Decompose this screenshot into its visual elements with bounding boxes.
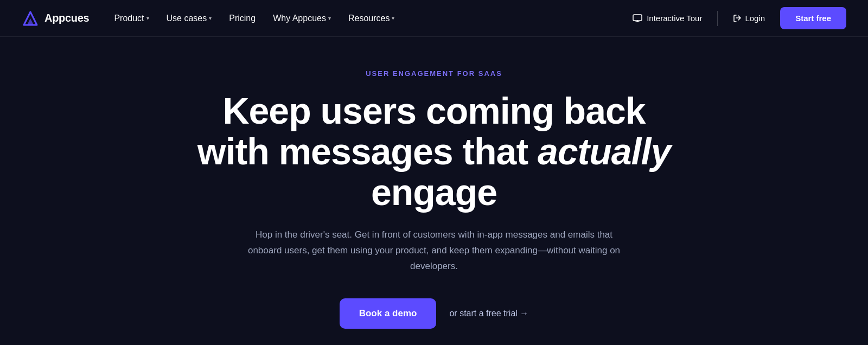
nav-links: Product ▾ Use cases ▾ Pricing Why Appcue…: [106, 9, 626, 28]
nav-item-pricing[interactable]: Pricing: [221, 9, 263, 28]
chevron-down-icon: ▾: [392, 15, 394, 21]
hero-section: USER ENGAGEMENT FOR SAAS Keep users comi…: [0, 37, 868, 345]
login-link[interactable]: Login: [726, 9, 771, 27]
hero-subtext: Hop in the driver's seat. Get in front o…: [244, 227, 624, 274]
svg-marker-1: [27, 18, 34, 25]
hero-eyebrow: USER ENGAGEMENT FOR SAAS: [366, 69, 502, 78]
login-icon: [733, 14, 742, 23]
chevron-down-icon: ▾: [209, 15, 212, 21]
hero-headline: Keep users coming back with messages tha…: [190, 91, 678, 212]
chevron-down-icon: ▾: [146, 15, 149, 21]
start-free-button[interactable]: Start free: [780, 7, 846, 29]
interactive-tour-link[interactable]: Interactive Tour: [626, 9, 709, 28]
logo-text: Appcues: [44, 12, 89, 24]
nav-item-why-appcues[interactable]: Why Appcues ▾: [265, 9, 339, 28]
appcues-logo-icon: [22, 10, 39, 27]
monitor-icon: [633, 14, 642, 23]
headline-italic: actually: [538, 131, 671, 172]
logo-link[interactable]: Appcues: [22, 10, 89, 27]
book-demo-button[interactable]: Book a demo: [340, 298, 437, 329]
nav-item-resources[interactable]: Resources ▾: [341, 9, 402, 28]
free-trial-link[interactable]: or start a free trial →: [449, 309, 528, 318]
hero-cta: Book a demo or start a free trial →: [340, 298, 529, 329]
nav-right: Interactive Tour Login Start free: [626, 7, 846, 29]
headline-part2: engage: [371, 171, 497, 213]
nav-divider: [717, 11, 718, 26]
chevron-down-icon: ▾: [328, 15, 331, 21]
navigation: Appcues Product ▾ Use cases ▾ Pricing Wh…: [0, 0, 868, 37]
nav-item-product[interactable]: Product ▾: [106, 9, 156, 28]
nav-item-use-cases[interactable]: Use cases ▾: [159, 9, 220, 28]
svg-rect-2: [633, 15, 642, 21]
